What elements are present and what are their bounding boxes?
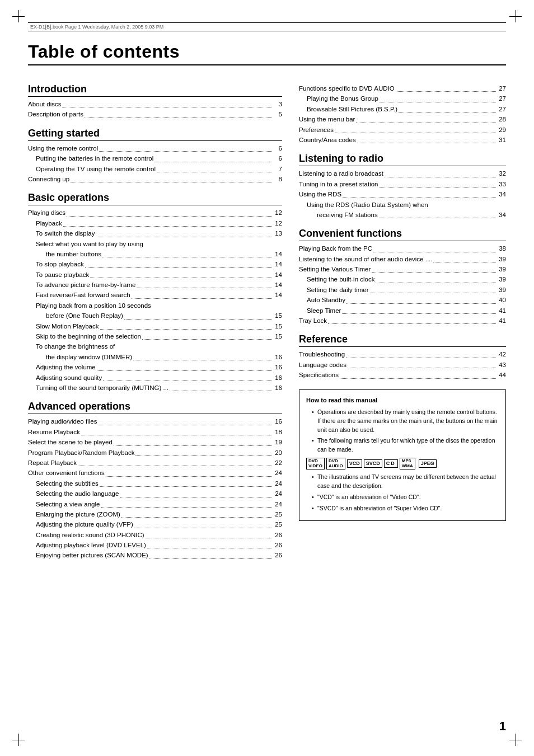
toc-entry: Adjusting playback level (DVD LEVEL) 26 <box>28 540 282 550</box>
toc-label: Setting the daily timer <box>307 285 369 295</box>
toc-fill <box>396 91 496 92</box>
toc-page: 15 <box>273 321 282 331</box>
toc-page: 32 <box>497 168 506 179</box>
toc-entry: Selecting the audio language 24 <box>28 489 282 499</box>
toc-label: Program Playback/Random Playback <box>28 448 134 458</box>
toc-entry: Turning off the sound temporarily (MUTIN… <box>28 383 282 393</box>
toc-page: 26 <box>273 540 282 550</box>
section-title-reference: Reference <box>299 334 506 347</box>
toc-page: 6 <box>273 153 282 163</box>
toc-page: 20 <box>273 448 282 458</box>
toc-entry: Playing the Bonus Group 27 <box>299 93 506 104</box>
page-title: Table of contents <box>28 41 506 65</box>
toc-label: before (One Touch Replay) <box>46 311 123 321</box>
toc-fill <box>142 339 272 340</box>
toc-page: 34 <box>497 189 506 199</box>
section-title-convenient: Convenient functions <box>299 228 506 241</box>
toc-entry: before (One Touch Replay) 15 <box>28 311 282 321</box>
toc-page: 22 <box>273 458 282 468</box>
file-info-text: EX-D1[B].book Page 1 Wednesday, March 2,… <box>30 24 163 30</box>
toc-page: 16 <box>273 373 282 383</box>
toc-fill <box>346 358 496 358</box>
toc-page: 18 <box>273 427 282 437</box>
corner-mark-tl <box>12 10 25 22</box>
section-title-getting-started: Getting started <box>28 128 282 141</box>
toc-fill <box>372 272 496 273</box>
right-column: Functions specific to DVD AUDIO 27 Playi… <box>299 76 506 561</box>
toc-label: Adjusting the picture quality (VFP) <box>36 519 133 529</box>
badge-dvd-audio: DVDAUDIO <box>326 458 345 470</box>
toc-fill <box>149 558 272 559</box>
toc-label: Fast reverse/Fast forward search <box>36 290 130 300</box>
toc-page: 24 <box>273 499 282 509</box>
toc-fill <box>81 435 272 435</box>
toc-fill <box>170 391 272 391</box>
toc-page: 31 <box>497 135 506 145</box>
toc-page: 14 <box>273 259 282 269</box>
toc-label: Using the RDS <box>299 189 341 199</box>
toc-label: Selecting the subtitles <box>36 478 99 489</box>
toc-page: 14 <box>273 249 282 259</box>
toc-label: Listening to a radio broadcast <box>299 168 383 179</box>
toc-page: 16 <box>273 352 282 362</box>
badge-vcd: VCD <box>347 459 362 468</box>
toc-page: 8 <box>273 174 282 184</box>
toc-entry: Functions specific to DVD AUDIO 27 <box>299 83 506 93</box>
toc-label: About discs <box>28 99 61 109</box>
file-info-bar: EX-D1[B].book Page 1 Wednesday, March 2,… <box>28 22 506 31</box>
toc-entry: Skip to the beginning of the selection 1… <box>28 331 282 341</box>
toc-entry: Slow Motion Playback 15 <box>28 321 282 331</box>
toc-fill <box>100 486 272 487</box>
toc-page: 39 <box>497 264 506 274</box>
toc-page: 39 <box>497 254 506 264</box>
toc-fill <box>137 288 272 288</box>
toc-page: 12 <box>273 208 282 218</box>
corner-mark-tr <box>509 10 522 22</box>
toc-fill <box>154 162 272 162</box>
toc-entry: Country/Area codes 31 <box>299 135 506 145</box>
toc-entry: Selecting the subtitles 24 <box>28 478 282 489</box>
toc-fill <box>121 517 272 518</box>
toc-page: 27 <box>497 104 506 114</box>
toc-fill <box>98 425 272 425</box>
disc-badges: DVDVIDEO DVDAUDIO VCD SVCD CD MP3WMA JPE… <box>306 458 499 470</box>
toc-fill <box>106 476 272 477</box>
info-box-bullet-3: The illustrations and TV screens may be … <box>312 473 499 491</box>
badge-jpeg: JPEG <box>419 459 437 468</box>
toc-fill <box>380 187 496 187</box>
toc-entry: Setting the built-in clock 39 <box>299 274 506 284</box>
toc-fill <box>133 360 272 360</box>
toc-entry: Using the remote control 6 <box>28 143 282 153</box>
toc-fill <box>335 133 496 133</box>
toc-entry: Playback 12 <box>28 218 282 228</box>
toc-page: 25 <box>273 519 282 529</box>
toc-page: 16 <box>273 383 282 393</box>
toc-label: To pause playback <box>36 270 89 280</box>
toc-label: Other convenient functions <box>28 468 105 478</box>
toc-fill <box>99 151 272 152</box>
toc-label: Browsable Still Pictures (B.S.P.) <box>307 104 397 114</box>
toc-entry: Troubleshooting 42 <box>299 349 506 359</box>
toc-label: Adjusting playback level (DVD LEVEL) <box>36 540 146 550</box>
toc-page: 14 <box>273 290 282 300</box>
toc-label: receiving FM stations <box>317 210 378 220</box>
toc-entry: Select the scene to be played 19 <box>28 437 282 447</box>
toc-entry: Using the RDS 34 <box>299 189 506 199</box>
toc-entry: Browsable Still Pictures (B.S.P.) 27 <box>299 104 506 114</box>
toc-label: Description of parts <box>28 109 83 119</box>
toc-entry-description: Description of parts 5 <box>28 109 282 119</box>
toc-label: Using the remote control <box>28 143 98 153</box>
corner-mark-br <box>509 734 522 746</box>
toc-label: Selecting a view angle <box>36 499 100 509</box>
toc-fill <box>132 298 272 299</box>
toc-label: Playing discs <box>28 208 65 218</box>
toc-fill <box>147 548 272 548</box>
toc-label: To change the brightness of <box>36 341 115 351</box>
page: EX-D1[B].book Page 1 Wednesday, March 2,… <box>0 0 534 756</box>
toc-label: the display window (DIMMER) <box>46 352 132 362</box>
toc-label: Select what you want to play by using <box>36 239 143 249</box>
toc-entry: Adjusting the volume 16 <box>28 362 282 372</box>
toc-entry: Adjusting sound quality 16 <box>28 373 282 383</box>
toc-label: Adjusting the volume <box>36 362 96 372</box>
toc-entry: Sleep Timer 41 <box>299 306 506 316</box>
